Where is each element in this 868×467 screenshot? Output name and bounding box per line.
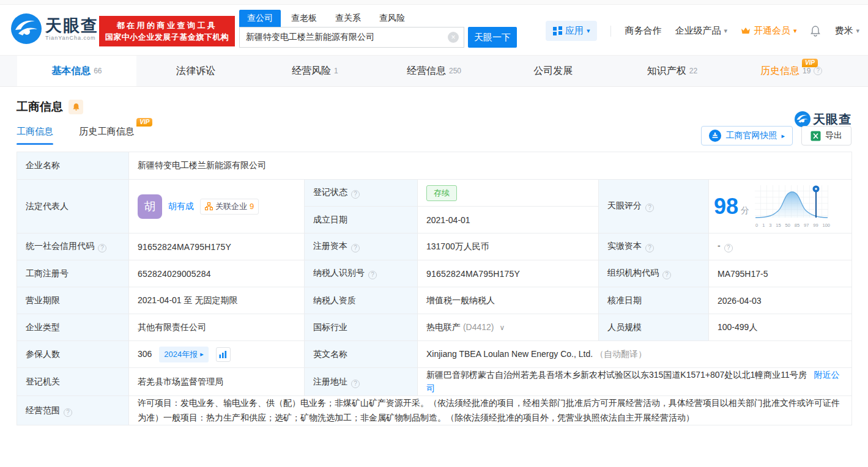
subtab-business-info[interactable]: 工商信息 — [17, 126, 53, 145]
score-cell: 98 分 01 315 — [709, 180, 852, 234]
reg-number-label: 工商注册号 — [17, 260, 129, 287]
chevron-down-icon[interactable]: ∨ — [499, 323, 505, 332]
nav-user-label: 费米 — [834, 25, 853, 37]
tab-label: 知识产权 — [647, 65, 686, 78]
address-value: 新疆巴音郭楞蒙古自治州若羌县吾塔木乡新农村试验区以东315国道K1571+807… — [418, 368, 852, 396]
export-button[interactable]: 导出 — [801, 126, 851, 145]
help-icon[interactable]: ? — [645, 244, 654, 252]
table-row: 工商注册号 652824029005284 纳税人识别号? 91652824MA… — [17, 260, 852, 287]
crown-icon — [741, 27, 751, 35]
subtab-label: 工商信息 — [17, 126, 53, 136]
slogan-line1: 都在用的商业查询工具 — [117, 20, 218, 31]
caret-down-icon: ▾ — [793, 27, 797, 35]
reg-capital-value: 131700万人民币 — [418, 234, 599, 260]
tab-operation-info[interactable]: 经营信息 250 — [374, 56, 494, 86]
establish-date-label: 成立日期 — [305, 207, 418, 234]
slogan-banner: 都在用的商业查询工具 国家中小企业发展子基金旗下机构 — [99, 16, 235, 46]
business-term-label: 营业期限 — [17, 287, 129, 314]
score-axis-ticks: 01 315 5085 9799 100 — [755, 222, 830, 228]
bell-icon — [810, 25, 821, 37]
nav-open-vip[interactable]: 开通会员 ▾ — [741, 25, 797, 37]
business-scope-label: 经营范围? — [17, 395, 129, 425]
legal-rep-name-link[interactable]: 胡有成 — [168, 201, 194, 212]
snapshot-label: 工商官网快照 — [725, 130, 777, 141]
tianyancha-logo[interactable]: 天眼查 TianYanCha.com — [11, 13, 98, 44]
table-row: 经营范围? 许可项目：发电业务、输电业务、供（配）电业务；非煤矿山矿产资源开采。… — [17, 395, 852, 425]
tianyancha-logo-icon — [795, 111, 811, 127]
subtab-history-business-info[interactable]: VIP 历史工商信息 — [79, 126, 134, 138]
tab-intellectual-property[interactable]: 知识产权 22 — [613, 56, 732, 86]
business-info-section: 工商信息 天眼查 工商信息 VIP 历史工商信息 — [0, 99, 868, 425]
reg-number-value: 652824029005284 — [129, 260, 305, 287]
tab-label: 基本信息 — [51, 65, 91, 78]
search-button[interactable]: 天眼一下 — [468, 27, 517, 48]
nav-apps[interactable]: 应用 ▾ — [546, 21, 598, 41]
approval-date-value: 2026-04-03 — [709, 287, 852, 314]
table-row: 统一社会信用代码? 91652824MA795H175Y 注册资本? 13170… — [17, 234, 852, 260]
org-chart-icon — [205, 202, 213, 210]
search-tab-risk[interactable]: 查风险 — [371, 10, 413, 27]
apps-grid-icon — [553, 26, 562, 35]
help-icon[interactable]: ? — [351, 190, 360, 199]
company-name-value: 新疆特变电工楼兰新能源有限公司 — [129, 152, 852, 180]
related-label: 关联企业 — [215, 201, 247, 212]
staff-size-label: 人员规模 — [599, 314, 709, 341]
status-badge: 存续 — [426, 185, 457, 201]
legal-rep-cell: 胡 胡有成 关联企业 9 — [129, 180, 305, 234]
score-curve-chart — [754, 185, 829, 220]
help-icon[interactable]: ? — [368, 271, 377, 279]
help-icon[interactable]: ? — [64, 408, 72, 417]
help-icon[interactable]: ? — [662, 271, 671, 279]
bar-chart-icon — [219, 351, 227, 358]
search-block: 查公司 查老板 查关系 查风险 × 天眼一下 — [239, 10, 517, 48]
establish-date-value: 2021-04-01 — [418, 207, 599, 234]
search-tab-boss[interactable]: 查老板 — [283, 10, 325, 27]
tab-operation-risk[interactable]: 经营风险 1 — [255, 56, 374, 86]
taxpayer-quality-value: 增值税一般纳税人 — [418, 287, 599, 314]
help-icon[interactable]: ? — [645, 204, 654, 212]
vip-badge: VIP — [802, 59, 818, 67]
nav-vip-label: 开通会员 — [754, 25, 790, 37]
help-icon[interactable]: ? — [351, 380, 360, 388]
excel-icon — [811, 131, 821, 141]
tianyancha-logo-icon — [11, 13, 42, 44]
business-term-value: 2021-04-01 至 无固定期限 — [129, 287, 305, 314]
search-tab-relation[interactable]: 查关系 — [327, 10, 369, 27]
nav-cooperation-label: 商务合作 — [625, 25, 661, 37]
help-icon[interactable]: ? — [724, 244, 733, 252]
tab-basic-info[interactable]: 基本信息 66 — [17, 56, 136, 86]
tab-count: 250 — [449, 67, 461, 75]
official-snapshot-button[interactable]: 工商官网快照 ▸ — [701, 126, 793, 145]
tab-company-development[interactable]: 公司发展 — [494, 56, 613, 86]
nav-cooperation[interactable]: 商务合作 — [625, 25, 661, 37]
score-unit: 分 — [741, 205, 749, 216]
nav-apps-label: 应用 — [565, 25, 584, 37]
reg-status-label: 登记状态? — [305, 180, 418, 207]
section-title: 工商信息 — [17, 99, 63, 115]
help-icon[interactable]: ? — [98, 244, 106, 252]
caret-down-icon: ▾ — [724, 27, 727, 35]
nav-enterprise-products[interactable]: 企业级产品 ▾ — [675, 25, 727, 37]
annual-report-badge[interactable]: 2024年报 ▸ — [159, 347, 208, 362]
search-tab-company[interactable]: 查公司 — [239, 10, 281, 27]
help-icon[interactable]: ? — [351, 244, 360, 252]
tab-count: 1 — [334, 67, 338, 75]
taxpayer-id-value: 91652824MA795H175Y — [418, 260, 599, 287]
related-companies-badge[interactable]: 关联企业 9 — [200, 199, 259, 215]
address-label: 注册地址? — [305, 368, 418, 396]
legal-rep-avatar[interactable]: 胡 — [138, 194, 162, 219]
search-input[interactable] — [239, 27, 464, 48]
tab-legal-litigation[interactable]: 法律诉讼 — [136, 56, 256, 86]
help-icon[interactable]: ? — [814, 67, 822, 75]
clear-icon[interactable]: × — [448, 32, 459, 43]
industry-value: 热电联产 (D4412) ∨ — [418, 314, 599, 341]
insured-trend-button[interactable] — [216, 347, 231, 362]
tab-history-info[interactable]: VIP 历史信息 19 ? — [732, 56, 851, 86]
notification-bell-button[interactable] — [810, 25, 821, 37]
credit-code-value: 91652824MA795H175Y — [129, 234, 305, 260]
tab-label: 法律诉讼 — [176, 65, 215, 78]
nav-user-menu[interactable]: 费米 ▾ — [834, 25, 859, 37]
table-row: 企业类型 其他有限责任公司 国标行业 热电联产 (D4412) ∨ 人员规模 1… — [17, 314, 852, 341]
subscribe-bell-button[interactable] — [69, 100, 83, 114]
tab-label: 历史信息 — [760, 65, 799, 78]
